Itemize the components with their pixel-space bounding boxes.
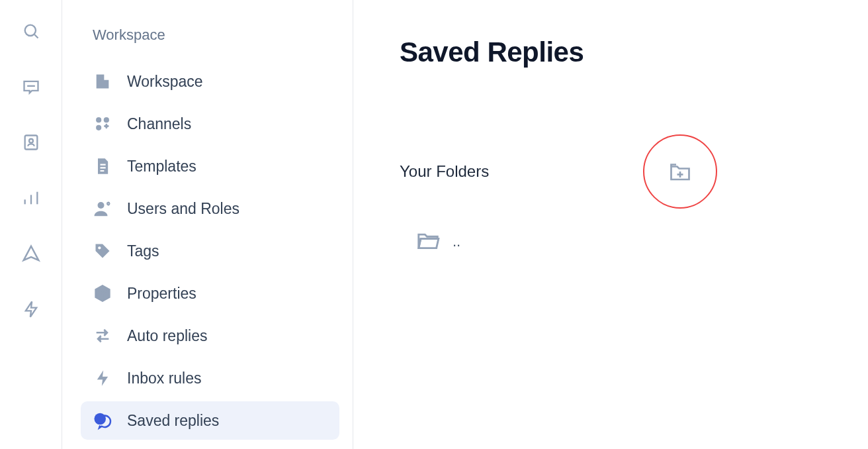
- sidebar-item-label: Workspace: [127, 73, 203, 91]
- sidebar-item-label: Saved replies: [127, 412, 219, 430]
- svg-point-14: [95, 413, 107, 425]
- sidebar-item-label: Users and Roles: [127, 200, 239, 218]
- chat-bubbles-icon: [93, 411, 112, 430]
- bolt-icon: [93, 368, 112, 388]
- folder-open-icon: [415, 227, 441, 256]
- folders-row: Your Folders: [400, 134, 717, 209]
- sidebar-nav: Workspace Channels Templates Users and R…: [81, 62, 339, 449]
- svg-point-8: [96, 117, 101, 123]
- analytics-icon[interactable]: [21, 188, 41, 208]
- page-title: Saved Replies: [400, 36, 822, 68]
- svg-point-13: [98, 246, 101, 249]
- sidebar-item-workspace[interactable]: Workspace: [81, 62, 339, 101]
- sidebar-item-label: Channels: [127, 115, 191, 133]
- svg-point-4: [29, 139, 33, 143]
- sidebar-item-label: Properties: [127, 285, 196, 303]
- chat-icon[interactable]: [21, 77, 41, 97]
- sidebar-item-label: Auto replies: [127, 327, 207, 345]
- svg-point-11: [98, 202, 105, 209]
- search-icon[interactable]: [21, 21, 41, 41]
- sidebar-item-properties[interactable]: Properties: [81, 274, 339, 313]
- sidebar-section-title: Workspace: [93, 26, 339, 44]
- svg-point-9: [104, 117, 109, 123]
- sidebar-item-templates[interactable]: Templates: [81, 147, 339, 185]
- main-content: Saved Replies Your Folders ..: [353, 0, 868, 449]
- apps-icon: [93, 114, 112, 134]
- svg-point-12: [107, 203, 109, 205]
- lightning-icon[interactable]: [21, 299, 41, 319]
- svg-point-0: [24, 25, 35, 36]
- your-folders-label: Your Folders: [400, 162, 489, 181]
- send-icon[interactable]: [21, 244, 41, 264]
- add-folder-highlight: [643, 134, 717, 209]
- sidebar-item-users-roles[interactable]: Users and Roles: [81, 189, 339, 228]
- svg-line-1: [34, 34, 38, 38]
- document-icon: [93, 156, 112, 176]
- sidebar-item-get-widget[interactable]: Get widget: [81, 444, 339, 449]
- contacts-icon[interactable]: [21, 132, 41, 152]
- parent-folder-label: ..: [453, 233, 460, 250]
- sidebar-item-auto-replies[interactable]: Auto replies: [81, 317, 339, 355]
- sidebar: Workspace Workspace Channels Templates U…: [62, 0, 353, 449]
- add-folder-button[interactable]: [667, 158, 693, 185]
- svg-point-10: [96, 125, 101, 130]
- building-icon: [93, 72, 112, 91]
- sidebar-item-label: Templates: [127, 158, 196, 175]
- sidebar-item-label: Inbox rules: [127, 370, 202, 387]
- sidebar-item-tags[interactable]: Tags: [81, 232, 339, 270]
- parent-folder-link[interactable]: ..: [415, 227, 822, 256]
- sidebar-item-inbox-rules[interactable]: Inbox rules: [81, 359, 339, 397]
- sidebar-item-saved-replies[interactable]: Saved replies: [81, 401, 339, 440]
- sidebar-item-channels[interactable]: Channels: [81, 105, 339, 143]
- tag-icon: [93, 241, 112, 261]
- user-gear-icon: [93, 199, 112, 219]
- swap-icon: [93, 326, 112, 346]
- cube-icon: [93, 283, 112, 303]
- iconbar: [0, 0, 62, 449]
- sidebar-item-label: Tags: [127, 242, 159, 260]
